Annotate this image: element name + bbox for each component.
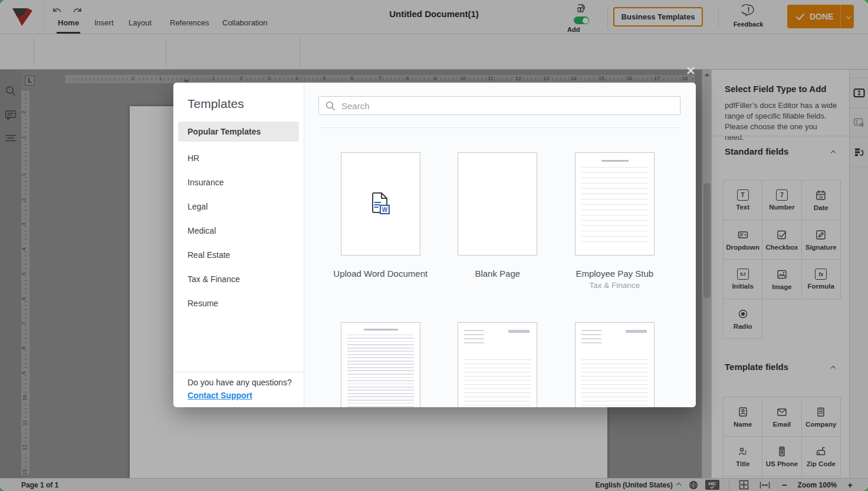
thumbnail-lines [581, 330, 601, 345]
card-title: Blank Page [451, 267, 545, 280]
template-card-blank-page[interactable]: Blank Page [439, 152, 557, 290]
template-categories: Popular Templates HR Insurance Legal Med… [178, 122, 299, 315]
search-icon [326, 101, 336, 111]
app-window: Home Insert Layout References Collaborat… [0, 0, 868, 491]
category-popular-templates[interactable]: Popular Templates [178, 122, 299, 142]
template-card-invoice2[interactable] [556, 322, 673, 407]
template-cards-row1: W Upload Word Document Blank Page Employ… [322, 152, 673, 290]
invoice-thumbnail [458, 322, 537, 407]
category-label: Medical [188, 226, 216, 235]
modal-close-button[interactable]: ✕ [686, 65, 696, 77]
sidebar-divider [173, 372, 304, 372]
category-label: Tax & Finance [188, 274, 240, 284]
blank-page-thumbnail [458, 152, 537, 256]
upload-word-thumbnail: W [341, 152, 420, 256]
category-insurance[interactable]: Insurance [178, 170, 299, 194]
template-card-document[interactable] [322, 322, 439, 407]
svg-text:W: W [382, 207, 388, 213]
invoice-thumbnail [575, 322, 655, 407]
thumbnail-lines [464, 330, 484, 345]
pay-stub-thumbnail [575, 152, 655, 256]
templates-sidebar: Templates Popular Templates HR Insurance… [173, 83, 304, 407]
questions-text: Do you have any questions? [188, 378, 292, 387]
modal-title: Templates [188, 97, 244, 111]
card-title: Upload Word Document [333, 267, 428, 280]
word-document-icon: W [366, 190, 394, 218]
category-resume[interactable]: Resume [178, 291, 299, 315]
template-card-upload-word[interactable]: W Upload Word Document [322, 152, 439, 290]
templates-modal: Templates Popular Templates HR Insurance… [173, 83, 696, 407]
template-search-input[interactable] [318, 96, 680, 115]
card-title: Employee Pay Stub [567, 267, 662, 280]
category-label: Popular Templates [188, 127, 261, 136]
document-thumbnail [341, 322, 420, 407]
category-label: Legal [188, 202, 208, 211]
template-cards-row2 [322, 322, 673, 407]
templates-content: W Upload Word Document Blank Page Employ… [304, 83, 696, 407]
category-label: Real Estate [188, 250, 230, 260]
category-real-estate[interactable]: Real Estate [178, 243, 299, 267]
close-icon: ✕ [686, 64, 696, 77]
category-label: HR [188, 153, 199, 163]
category-label: Resume [188, 299, 218, 308]
template-card-employee-pay-stub[interactable]: Employee Pay Stub Tax & Finance [556, 152, 673, 290]
card-subtitle: Tax & Finance [589, 281, 640, 290]
contact-support-link[interactable]: Contact Support [188, 391, 252, 400]
category-hr[interactable]: HR [178, 146, 299, 170]
category-medical[interactable]: Medical [178, 218, 299, 243]
category-legal[interactable]: Legal [178, 194, 299, 218]
category-label: Insurance [188, 178, 223, 187]
category-tax-finance[interactable]: Tax & Finance [178, 267, 299, 291]
content-divider [318, 127, 680, 128]
template-card-invoice[interactable] [439, 322, 557, 407]
